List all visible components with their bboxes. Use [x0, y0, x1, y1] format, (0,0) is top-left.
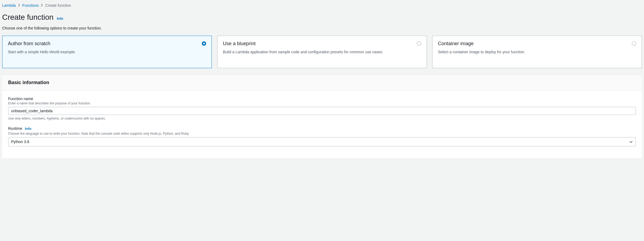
option-desc: Start with a simple Hello World example. [8, 49, 206, 55]
function-name-hint: Enter a name that describes the purpose … [8, 101, 636, 105]
runtime-label: Runtime [8, 126, 22, 131]
function-name-help: Use only letters, numbers, hyphens, or u… [8, 117, 636, 120]
function-name-input[interactable] [8, 107, 636, 115]
info-link[interactable]: Info [57, 16, 63, 21]
breadcrumb: Lambda Functions Create function [0, 0, 644, 11]
runtime-group: Runtime Info Choose the language to use … [8, 126, 636, 146]
page-subtitle: Choose one of the following options to c… [2, 26, 642, 30]
breadcrumb-lambda[interactable]: Lambda [2, 3, 16, 8]
option-author-from-scratch[interactable]: Author from scratch Start with a simple … [2, 36, 212, 68]
option-desc: Select a container image to deploy for y… [438, 49, 636, 55]
breadcrumb-functions[interactable]: Functions [22, 3, 39, 8]
option-title: Use a blueprint [223, 41, 421, 47]
option-container-image[interactable]: Container image Select a container image… [432, 36, 642, 68]
option-use-blueprint[interactable]: Use a blueprint Build a Lambda applicati… [217, 36, 427, 68]
chevron-right-icon [41, 3, 43, 8]
panel-body: Function name Enter a name that describe… [2, 91, 642, 158]
function-name-group: Function name Enter a name that describe… [8, 97, 636, 120]
panel-title: Basic information [8, 80, 636, 85]
basic-info-panel: Basic information Function name Enter a … [2, 75, 642, 158]
page-title: Create function [2, 13, 54, 22]
breadcrumb-current: Create function [45, 3, 71, 8]
option-title: Container image [438, 41, 636, 47]
option-cards: Author from scratch Start with a simple … [0, 36, 644, 75]
panel-header: Basic information [2, 75, 642, 91]
function-name-label: Function name [8, 97, 636, 101]
runtime-select[interactable]: Python 3.8 [8, 137, 636, 146]
radio-icon [417, 41, 421, 46]
page-header: Create function Info Choose one of the f… [0, 11, 644, 36]
runtime-info-link[interactable]: Info [25, 127, 31, 131]
option-title: Author from scratch [8, 41, 206, 47]
runtime-hint: Choose the language to use to write your… [8, 132, 636, 136]
chevron-right-icon [18, 3, 20, 8]
radio-icon [202, 41, 206, 46]
radio-icon [632, 41, 636, 46]
option-desc: Build a Lambda application from sample c… [223, 49, 421, 55]
